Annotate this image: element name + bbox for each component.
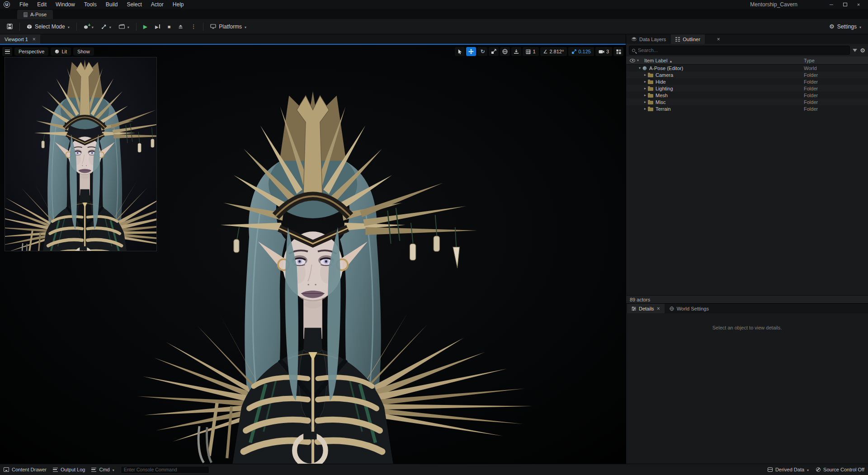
outliner-row-mesh[interactable]: Mesh Folder	[626, 92, 868, 99]
expander-icon[interactable]	[642, 93, 648, 97]
search-input[interactable]	[638, 47, 847, 53]
settings-dropdown[interactable]: Settings	[826, 21, 864, 32]
row-label: A-Pose (Editor)	[647, 66, 804, 71]
rotation-snap-control[interactable]: 2.812°	[540, 47, 567, 56]
rotate-tool-button[interactable]	[477, 47, 487, 56]
tab-outliner[interactable]: Outliner	[671, 34, 705, 44]
tab-viewport-1[interactable]: Viewport 1	[0, 34, 40, 44]
chevron-down-icon	[68, 24, 70, 30]
cinematics-button[interactable]	[116, 21, 132, 32]
console-input[interactable]	[124, 467, 206, 472]
viewport-options-button[interactable]	[2, 47, 12, 56]
output-log-button[interactable]: Output Log	[53, 467, 85, 472]
filter-icon[interactable]	[853, 49, 857, 52]
stop-button[interactable]	[165, 21, 174, 32]
level-viewport[interactable]: Perspective Lit Show	[0, 44, 626, 464]
item-label-column-header[interactable]: Item Label	[644, 58, 804, 63]
grid-snap-control[interactable]: 1	[523, 47, 538, 56]
derived-data-button[interactable]: Derived Data	[768, 467, 809, 472]
row-type: Folder	[804, 72, 866, 78]
select-tool-button[interactable]	[455, 47, 465, 56]
expander-icon[interactable]	[642, 73, 648, 77]
menu-select[interactable]: Select	[123, 0, 146, 9]
outliner-row-lighting[interactable]: Lighting Folder	[626, 85, 868, 92]
menu-window[interactable]: Window	[52, 0, 79, 9]
skip-frame-button[interactable]	[152, 21, 163, 32]
content-drawer-label: Content Drawer	[12, 467, 47, 472]
step-forward-icon	[155, 24, 160, 30]
expander-icon[interactable]	[642, 86, 648, 90]
source-control-icon	[816, 467, 821, 472]
surface-snapping-button[interactable]	[511, 47, 521, 56]
pinned-column-icon[interactable]: ▾	[637, 58, 644, 62]
outliner-row-camera[interactable]: Camera Folder	[626, 71, 868, 78]
details-label: Details	[639, 306, 654, 311]
minimize-button[interactable]: ─	[826, 1, 837, 8]
visibility-column-icon[interactable]	[630, 59, 635, 62]
monitor-icon	[210, 24, 216, 29]
row-label: Mesh	[653, 93, 804, 98]
menu-help[interactable]: Help	[169, 0, 188, 9]
unreal-logo-icon[interactable]: U	[4, 1, 10, 8]
close-icon[interactable]	[33, 36, 36, 42]
level-icon	[24, 12, 28, 17]
scale-snap-control[interactable]: 0.125	[568, 47, 594, 56]
right-dock: Data Layers Outliner ▾	[626, 34, 868, 464]
menu-build[interactable]: Build	[102, 0, 122, 9]
expander-icon[interactable]	[642, 80, 648, 84]
row-label: Camera	[653, 72, 804, 78]
play-button[interactable]	[140, 21, 151, 32]
expander-icon[interactable]	[642, 107, 648, 111]
show-dropdown[interactable]: Show	[73, 47, 94, 56]
tab-details[interactable]: Details	[627, 304, 665, 313]
search-box[interactable]	[629, 46, 850, 55]
outliner-search-row	[626, 44, 868, 56]
tab-level-a-pose[interactable]: A-Pose	[17, 10, 53, 19]
outliner-row-world[interactable]: A-Pose (Editor) World	[626, 65, 868, 71]
play-options-button[interactable]	[188, 21, 199, 32]
select-mode-dropdown[interactable]: Select Mode	[24, 21, 73, 32]
outliner-row-hide[interactable]: Hide Folder	[626, 78, 868, 85]
grid-snap-value: 1	[533, 49, 535, 54]
type-column-header[interactable]: Type	[804, 58, 866, 63]
lit-sphere-icon	[55, 49, 59, 54]
perspective-dropdown[interactable]: Perspective	[14, 47, 48, 56]
tab-data-layers[interactable]: Data Layers	[627, 34, 670, 44]
close-icon[interactable]	[657, 306, 660, 312]
outliner-tree: A-Pose (Editor) World Camera Folder Hide…	[626, 65, 868, 295]
close-icon[interactable]	[717, 36, 720, 42]
maximize-viewport-button[interactable]	[613, 47, 623, 56]
camera-speed-control[interactable]: 3	[595, 47, 612, 56]
content-drawer-button[interactable]: Content Drawer	[4, 467, 47, 472]
maximize-button[interactable]	[839, 1, 851, 8]
expander-icon[interactable]	[642, 100, 648, 104]
cmd-dropdown[interactable]: Cmd	[91, 467, 114, 472]
expander-icon[interactable]	[637, 66, 642, 70]
menu-actor[interactable]: Actor	[147, 0, 168, 9]
coordinate-space-button[interactable]	[500, 47, 510, 56]
platforms-dropdown[interactable]: Platforms	[207, 21, 250, 32]
chevron-down-icon	[113, 467, 114, 472]
scale-tool-button[interactable]	[489, 47, 499, 56]
source-control-button[interactable]: Source Control Off	[816, 467, 864, 472]
outliner-settings-icon[interactable]	[860, 47, 865, 54]
outliner-row-misc[interactable]: Misc Folder	[626, 99, 868, 105]
close-button[interactable]: ×	[853, 1, 864, 8]
blueprints-button[interactable]	[98, 21, 114, 32]
menu-file[interactable]: File	[15, 0, 32, 9]
save-button[interactable]	[4, 21, 16, 32]
console-input-box[interactable]	[121, 466, 209, 474]
row-label: Hide	[653, 79, 804, 85]
add-actor-button[interactable]: +	[80, 21, 97, 32]
tab-world-settings[interactable]: World Settings	[665, 304, 713, 313]
outliner-row-terrain[interactable]: Terrain Folder	[626, 105, 868, 112]
view-mode-dropdown[interactable]: Lit	[51, 47, 71, 56]
camera-preview-render	[5, 57, 156, 251]
row-type: Folder	[804, 93, 866, 98]
menu-edit[interactable]: Edit	[33, 0, 51, 9]
viewport-pane: Viewport 1	[0, 34, 626, 464]
eject-button[interactable]	[175, 22, 186, 31]
move-tool-button[interactable]	[466, 47, 476, 56]
menu-tools[interactable]: Tools	[80, 0, 101, 9]
cube-icon	[27, 24, 32, 29]
